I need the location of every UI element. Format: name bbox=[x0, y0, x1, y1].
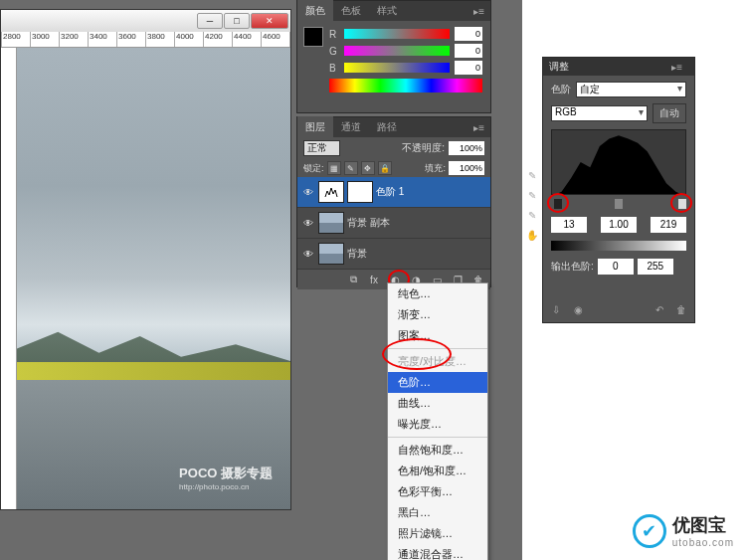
white-input[interactable]: 219 bbox=[651, 217, 686, 233]
menu-exposure[interactable]: 曝光度… bbox=[388, 414, 487, 435]
menu-levels[interactable]: 色阶… bbox=[388, 372, 487, 393]
link-icon[interactable]: ⧉ bbox=[346, 273, 360, 286]
tab-styles[interactable]: 样式 bbox=[369, 0, 405, 22]
fx-icon[interactable]: fx bbox=[367, 273, 381, 286]
window-titlebar: ─ □ ✕ bbox=[1, 10, 290, 32]
spectrum-strip[interactable] bbox=[329, 79, 482, 93]
clip-icon[interactable]: ⇩ bbox=[549, 304, 563, 318]
layers-panel: 图层 通道 路径 ▸≡ 正常 不透明度: 100% 锁定: ▦ ✎ ✥ 🔒 填充… bbox=[296, 116, 491, 287]
tab-layers[interactable]: 图层 bbox=[297, 116, 333, 138]
lock-transparent-icon[interactable]: ▦ bbox=[327, 161, 341, 175]
menu-vibrance[interactable]: 自然饱和度… bbox=[388, 440, 487, 461]
color-panel: 颜色 色板 样式 ▸≡ R0 G0 B0 bbox=[296, 0, 491, 113]
adjustments-panel: 调整▸≡ 色阶 自定 RGB 自动 13 1.00 219 输出色阶: 0 bbox=[542, 57, 695, 323]
foreground-swatch[interactable] bbox=[303, 27, 323, 47]
layer-row[interactable]: 👁 背景 bbox=[297, 239, 490, 270]
auto-button[interactable]: 自动 bbox=[653, 103, 686, 123]
panel-menu-icon[interactable]: ▸≡ bbox=[665, 62, 688, 73]
input-slider[interactable] bbox=[551, 199, 686, 213]
preset-select[interactable]: 自定 bbox=[576, 82, 686, 97]
menu-hue-sat[interactable]: 色相/饱和度… bbox=[388, 461, 487, 481]
menu-gradient[interactable]: 渐变… bbox=[388, 304, 487, 325]
visibility-icon[interactable]: 👁 bbox=[301, 247, 315, 261]
adjustment-menu: 纯色… 渐变… 图案… 亮度/对比度… 色阶… 曲线… 曝光度… 自然饱和度… … bbox=[387, 282, 488, 560]
menu-curves[interactable]: 曲线… bbox=[388, 393, 487, 414]
green-value[interactable]: 0 bbox=[455, 44, 482, 58]
lock-move-icon[interactable]: ✥ bbox=[361, 161, 375, 175]
green-slider[interactable] bbox=[344, 46, 450, 56]
eyedropper-white-icon[interactable]: ✎ bbox=[525, 210, 539, 224]
fill-input[interactable]: 100% bbox=[449, 161, 484, 175]
blue-slider[interactable] bbox=[344, 63, 450, 73]
close-button[interactable]: ✕ bbox=[251, 13, 288, 29]
ruler-vertical bbox=[1, 48, 17, 509]
gray-handle[interactable] bbox=[615, 199, 623, 209]
menu-photo-filter[interactable]: 照片滤镜… bbox=[388, 523, 487, 544]
mask-thumb[interactable] bbox=[347, 181, 373, 203]
eyedropper-icon[interactable]: ✎ bbox=[525, 170, 539, 184]
menu-solid-color[interactable]: 纯色… bbox=[388, 283, 487, 304]
layer-row[interactable]: 👁 色阶 1 bbox=[297, 177, 490, 208]
layer-thumb bbox=[318, 212, 344, 234]
menu-pattern[interactable]: 图案… bbox=[388, 325, 487, 346]
opacity-input[interactable]: 100% bbox=[449, 141, 484, 155]
black-handle[interactable] bbox=[554, 199, 562, 209]
visibility-icon[interactable]: 👁 bbox=[301, 216, 315, 230]
red-slider[interactable] bbox=[344, 29, 450, 39]
menu-color-balance[interactable]: 色彩平衡… bbox=[388, 481, 487, 502]
lock-paint-icon[interactable]: ✎ bbox=[344, 161, 358, 175]
white-handle[interactable] bbox=[678, 199, 686, 209]
hand-icon[interactable]: ✋ bbox=[525, 230, 539, 244]
output-gradient[interactable] bbox=[551, 241, 686, 251]
layer-thumb bbox=[318, 243, 344, 265]
watermark: POCO 摄影专题http://photo.poco.cn bbox=[179, 465, 273, 491]
menu-brightness[interactable]: 亮度/对比度… bbox=[388, 351, 487, 372]
eyedropper-black-icon[interactable]: ✎ bbox=[525, 190, 539, 204]
blend-mode-select[interactable]: 正常 bbox=[303, 140, 340, 156]
output-black-input[interactable]: 0 bbox=[598, 259, 634, 275]
menu-channel-mixer[interactable]: 通道混合器… bbox=[388, 544, 487, 560]
menu-bw[interactable]: 黑白… bbox=[388, 502, 487, 523]
tab-color[interactable]: 颜色 bbox=[297, 0, 333, 22]
minimize-button[interactable]: ─ bbox=[197, 13, 223, 29]
mid-input[interactable]: 1.00 bbox=[601, 217, 637, 233]
channel-select[interactable]: RGB bbox=[551, 105, 648, 121]
tab-paths[interactable]: 路径 bbox=[369, 116, 405, 138]
blue-value[interactable]: 0 bbox=[455, 61, 482, 75]
red-value[interactable]: 0 bbox=[455, 27, 482, 41]
panel-menu-icon[interactable]: ▸≡ bbox=[467, 122, 490, 133]
panel-menu-icon[interactable]: ▸≡ bbox=[467, 6, 490, 17]
maximize-button[interactable]: □ bbox=[224, 13, 250, 29]
document-window: ─ □ ✕ 28003000 32003400 36003800 4000420… bbox=[0, 9, 291, 510]
output-white-input[interactable]: 255 bbox=[638, 259, 673, 275]
ruler-horizontal: 28003000 32003400 36003800 40004200 4400… bbox=[1, 32, 290, 48]
lock-all-icon[interactable]: 🔒 bbox=[378, 161, 392, 175]
canvas-photo[interactable]: POCO 摄影专题http://photo.poco.cn bbox=[17, 48, 290, 509]
tab-swatches[interactable]: 色板 bbox=[333, 0, 369, 22]
reset-icon[interactable]: ↶ bbox=[653, 304, 666, 318]
layer-row[interactable]: 👁 背景 副本 bbox=[297, 208, 490, 239]
black-input[interactable]: 13 bbox=[551, 217, 587, 233]
histogram bbox=[551, 129, 686, 195]
tab-channels[interactable]: 通道 bbox=[333, 116, 369, 138]
trash-icon[interactable]: 🗑 bbox=[674, 304, 688, 318]
brand-watermark: ✔ 优图宝utobao.com bbox=[633, 513, 734, 548]
visibility-icon[interactable]: 👁 bbox=[301, 185, 315, 199]
brand-logo-icon: ✔ bbox=[633, 514, 666, 548]
view-prev-icon[interactable]: ◉ bbox=[571, 304, 585, 318]
adjustment-thumb bbox=[318, 181, 344, 203]
